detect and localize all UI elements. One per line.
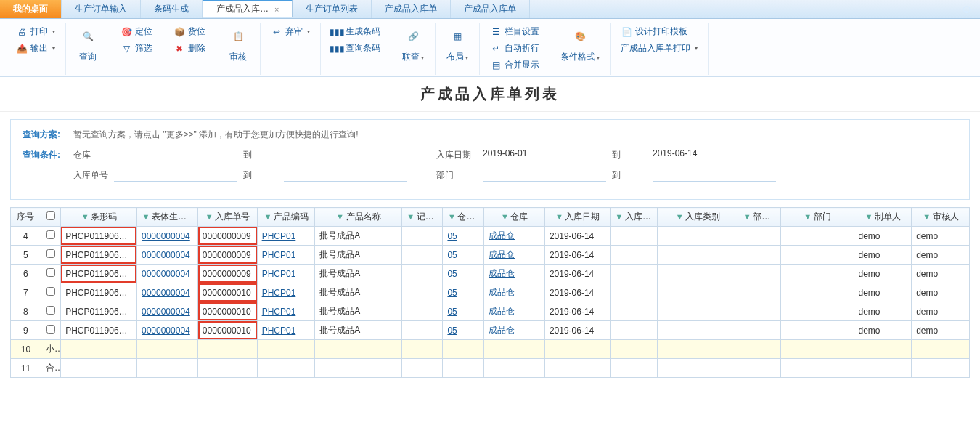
indate-from-input[interactable]: 2019-06-01 — [483, 148, 606, 161]
row-checkbox[interactable] — [46, 230, 55, 239]
tab-item[interactable]: 条码生成 — [141, 0, 203, 18]
abandon-button[interactable]: ↩弃审▾ — [266, 23, 314, 40]
shelf-button[interactable]: 📦货位 — [169, 23, 210, 40]
cell-wh[interactable]: 成品仓 — [484, 321, 545, 340]
filter-icon[interactable]: ▼ — [500, 212, 509, 221]
col-dept[interactable]: ▼部门 — [780, 208, 854, 227]
cell-wh-code[interactable]: 05 — [443, 283, 484, 302]
col-barcode[interactable]: ▼条形码 — [61, 208, 137, 227]
tab-home[interactable]: 我的桌面 — [0, 0, 62, 18]
warehouse-to-input[interactable] — [284, 148, 407, 161]
locate-button[interactable]: 🎯定位 — [116, 23, 157, 40]
cell-prod-code[interactable]: PHCP01 — [257, 227, 315, 246]
indate-to-input[interactable]: 2019-06-14 — [653, 148, 776, 161]
cell-checkbox[interactable] — [41, 283, 60, 302]
filter-icon[interactable]: ▼ — [264, 212, 272, 221]
table-row[interactable]: 4PHCP0119061400200000000040000000009PHCP… — [11, 227, 970, 246]
col-wh-code[interactable]: ▼仓库… — [443, 208, 484, 227]
cell-wh[interactable]: 成品仓 — [484, 227, 545, 246]
dept-to-input[interactable] — [653, 169, 776, 182]
warehouse-from-input[interactable] — [114, 148, 237, 161]
querybarcode-button[interactable]: ▮▮▮查询条码 — [327, 40, 385, 57]
cell-prod-order[interactable]: 0000000004 — [137, 283, 198, 302]
cell-checkbox[interactable] — [41, 321, 60, 340]
cell-wh-code[interactable]: 05 — [443, 302, 484, 321]
designtpl-button[interactable]: 📄设计打印模板 — [616, 23, 702, 40]
cell-checkbox[interactable] — [41, 265, 60, 283]
table-row[interactable]: 9PHCP0119061400300000000040000000010PHCP… — [11, 321, 970, 340]
select-all-checkbox[interactable] — [46, 211, 55, 220]
cell-prod-order[interactable]: 0000000004 — [137, 265, 198, 283]
cell-wh[interactable]: 成品仓 — [484, 283, 545, 302]
filter-icon[interactable]: ▼ — [336, 212, 345, 221]
cell-checkbox[interactable] — [41, 302, 60, 321]
filter-icon[interactable]: ▼ — [743, 212, 751, 221]
genbarcode-button[interactable]: ▮▮▮生成条码 — [327, 23, 385, 40]
col-prod-code[interactable]: ▼产品编码 — [257, 208, 315, 227]
filter-icon[interactable]: ▼ — [447, 212, 456, 221]
col-seq[interactable]: 序号 — [11, 208, 41, 227]
close-icon[interactable]: × — [274, 5, 279, 14]
col-in-type[interactable]: ▼入库类别 — [658, 208, 738, 227]
col-prod-name[interactable]: ▼产品名称 — [315, 208, 402, 227]
table-row[interactable]: 6PHCP0119061400300000000040000000009PHCP… — [11, 265, 970, 283]
filter-icon[interactable]: ▼ — [675, 212, 684, 221]
filter-button[interactable]: ▽筛选 — [116, 40, 157, 57]
col-dept-code[interactable]: ▼部门… — [738, 208, 781, 227]
filter-icon[interactable]: ▼ — [555, 212, 563, 221]
cell-prod-code[interactable]: PHCP01 — [257, 321, 315, 340]
filter-icon[interactable]: ▼ — [81, 212, 89, 221]
relate-button[interactable]: 🔗联查▾ — [397, 23, 429, 65]
table-row[interactable]: 5PHCP0119061400100000000040000000009PHCP… — [11, 246, 970, 265]
cell-checkbox[interactable] — [41, 227, 60, 246]
col-wh[interactable]: ▼仓库 — [484, 208, 545, 227]
print-button[interactable]: 🖨打印▾ — [12, 23, 60, 40]
merge-button[interactable]: ▤合并显示 — [486, 57, 544, 73]
filter-icon[interactable]: ▼ — [804, 212, 812, 221]
col-in-type-code[interactable]: ▼入库类… — [611, 208, 658, 227]
table-row[interactable]: 8PHCP0119061400100000000040000000010PHCP… — [11, 302, 970, 321]
cell-wh-code[interactable]: 05 — [443, 246, 484, 265]
tab-item[interactable]: 产成品入库…× — [203, 0, 293, 17]
smiley-icon[interactable]: ☺ — [954, 0, 980, 18]
cell-prod-code[interactable]: PHCP01 — [257, 302, 315, 321]
delete-button[interactable]: ✖删除 — [169, 40, 210, 57]
cell-wh-code[interactable]: 05 — [443, 265, 484, 283]
layout-button[interactable]: ▦布局▾ — [441, 23, 473, 65]
table-row[interactable]: 7PHCP0119061400200000000040000000010PHCP… — [11, 283, 970, 302]
tab-item[interactable]: 产成品入库单 — [451, 0, 530, 18]
search-button[interactable]: 🔍查询 — [72, 23, 104, 65]
cell-prod-order[interactable]: 0000000004 — [137, 227, 198, 246]
col-auditor[interactable]: ▼审核人 — [912, 208, 970, 227]
tab-item[interactable]: 生产订单列表 — [293, 0, 372, 18]
cell-prod-code[interactable]: PHCP01 — [257, 283, 315, 302]
filter-icon[interactable]: ▼ — [205, 212, 213, 221]
col-in-date[interactable]: ▼入库日期 — [544, 208, 610, 227]
colset-button[interactable]: ☰栏目设置 — [486, 23, 544, 40]
col-in-no[interactable]: ▼入库单号 — [197, 208, 257, 227]
inno-to-input[interactable] — [284, 169, 407, 182]
export-button[interactable]: 📤输出▾ — [12, 40, 60, 57]
filter-icon[interactable]: ▼ — [142, 212, 150, 221]
cell-wh-code[interactable]: 05 — [443, 321, 484, 340]
condfmt-button[interactable]: 🎨条件格式▾ — [556, 23, 604, 65]
col-maker[interactable]: ▼制单人 — [854, 208, 912, 227]
filter-icon[interactable]: ▼ — [407, 212, 415, 221]
dept-from-input[interactable] — [483, 169, 606, 182]
row-checkbox[interactable] — [46, 268, 55, 277]
row-checkbox[interactable] — [46, 249, 55, 258]
cell-prod-order[interactable]: 0000000004 — [137, 302, 198, 321]
col-prod-order[interactable]: ▼表体生产… — [137, 208, 198, 227]
cell-prod-code[interactable]: PHCP01 — [257, 246, 315, 265]
cell-prod-code[interactable]: PHCP01 — [257, 265, 315, 283]
autowrap-button[interactable]: ↵自动折行 — [486, 40, 544, 57]
printdoc-button[interactable]: 产成品入库单打印▾ — [616, 40, 702, 57]
row-checkbox[interactable] — [46, 306, 55, 315]
tab-item[interactable]: 生产订单输入 — [62, 0, 141, 18]
cell-wh[interactable]: 成品仓 — [484, 302, 545, 321]
col-checkbox[interactable] — [41, 208, 60, 227]
cell-wh[interactable]: 成品仓 — [484, 246, 545, 265]
row-checkbox[interactable] — [46, 325, 55, 334]
filter-icon[interactable]: ▼ — [615, 212, 624, 221]
cell-wh[interactable]: 成品仓 — [484, 265, 545, 283]
